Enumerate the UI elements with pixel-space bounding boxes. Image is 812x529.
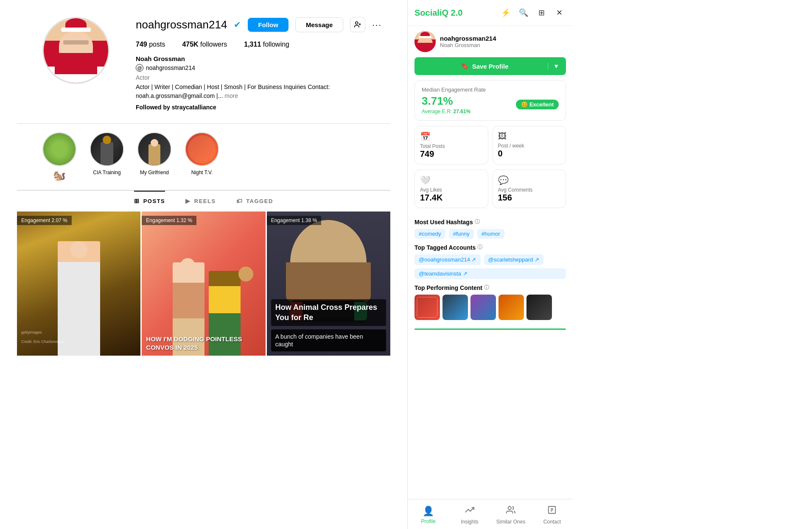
socialiq-panel: SocialiQ 2.0 ⚡ 🔍 ⊞ ✕	[407, 0, 573, 529]
panel-display-name: Noah Grossman	[440, 42, 496, 48]
tagged-teamdavisinsta[interactable]: @teamdavisinsta ↗	[414, 268, 566, 279]
save-profile-label: 🔖 Save Profile	[421, 62, 548, 70]
svg-point-0	[356, 22, 358, 24]
top-content-section: Top Performing Content ⓘ	[408, 284, 573, 325]
nav-profile[interactable]: 👤 Profile	[408, 499, 449, 529]
svg-point-3	[508, 507, 511, 510]
hashtag-funny[interactable]: #funny	[449, 229, 474, 239]
avg-er: Average E.R: 27.61%	[422, 109, 470, 114]
tagged-noahgrossman[interactable]: @noahgrossman214 ↗	[414, 254, 481, 265]
story-circle-4	[185, 132, 219, 166]
story-emoji-1: 🐿️	[53, 170, 66, 181]
panel-logo: SocialiQ 2.0	[414, 8, 462, 18]
tagged-accounts-section: Top Tagged Accounts ⓘ @noahgrossman214 ↗…	[408, 244, 573, 284]
nav-insights-label: Insights	[461, 519, 478, 525]
panel-green-bar	[414, 329, 566, 330]
story-label-2: CIA Training	[93, 170, 120, 175]
following-stat[interactable]: 1,311 following	[244, 41, 289, 48]
comment-icon: 💬	[498, 175, 561, 185]
post-item-3[interactable]: Engagement 1.38 % How Animal Cross Prepa…	[267, 212, 390, 356]
post-week-value: 0	[498, 149, 561, 159]
followed-by: Followed by straycatalliance	[136, 104, 390, 111]
top-content-img-2[interactable]	[442, 295, 468, 320]
story-circle-2	[90, 132, 124, 166]
avg-comments-card: 💬 Avg Comments 156	[493, 170, 566, 208]
hashtag-comedy[interactable]: #comedy	[414, 229, 445, 239]
calendar-icon: 📅	[420, 131, 483, 142]
tab-posts[interactable]: ⊞ POSTS	[134, 191, 165, 210]
follow-button[interactable]: Follow	[248, 18, 288, 32]
engagement-rate: 3.71%	[422, 95, 470, 108]
avg-comments-label: Avg Comments	[498, 187, 561, 193]
threads-handle[interactable]: noahgrossman214	[146, 64, 195, 71]
top-content-img-3[interactable]	[470, 295, 496, 320]
save-profile-chevron: ▼	[548, 63, 559, 70]
hashtags-label: Most Used Hashtags ⓘ	[414, 218, 566, 226]
search-icon-button[interactable]: 🔍	[517, 6, 530, 19]
top-content-img-5[interactable]	[526, 295, 552, 320]
post-item-2[interactable]: Engagement 1.32 % HOW I'M DODGING POINTL…	[142, 212, 265, 356]
engagement-badge: 😊 Excellent	[516, 100, 559, 109]
message-button[interactable]: Message	[295, 17, 343, 32]
profile-avatar	[42, 17, 110, 85]
tagged-account-tags: @noahgrossman214 ↗ @scarletsheppard ↗	[414, 254, 566, 265]
followers-stat[interactable]: 475K followers	[182, 41, 227, 48]
story-item[interactable]: My Girlfriend	[137, 132, 171, 181]
post-engagement-3: Engagement 1.38 %	[267, 216, 322, 225]
panel-avatar	[414, 31, 436, 52]
grid-icon-button[interactable]: ⊞	[535, 6, 548, 19]
close-icon-button[interactable]: ✕	[552, 6, 566, 19]
nav-similar-ones[interactable]: Similar Ones	[490, 499, 532, 529]
story-item[interactable]: Night T.V.	[185, 132, 219, 181]
story-label-3: My Girlfriend	[140, 170, 169, 175]
nav-insights[interactable]: Insights	[449, 499, 490, 529]
heart-icon: 🤍	[420, 175, 483, 185]
add-user-button[interactable]	[350, 17, 365, 32]
profile-category: Actor	[136, 74, 390, 81]
tab-reels[interactable]: ▶ REELS	[185, 191, 216, 210]
posts-grid: Engagement 2.07 % gettyimages Credit: Er…	[17, 212, 390, 356]
tab-tagged[interactable]: 🏷 TAGGED	[236, 191, 273, 210]
panel-header-icons: ⚡ 🔍 ⊞ ✕	[499, 6, 566, 19]
gettyimages-credit: Credit: Eric Charbonneau	[21, 340, 64, 344]
tabs-row: ⊞ POSTS ▶ REELS 🏷 TAGGED	[17, 190, 390, 210]
panel-user-row: noahgrossman214 Noah Grossman	[408, 26, 573, 57]
panel-bottom-nav: 👤 Profile Insights	[408, 499, 573, 529]
similar-ones-nav-icon	[506, 505, 515, 517]
top-content-img-4[interactable]	[498, 295, 524, 320]
more-options-button[interactable]: ···	[372, 20, 382, 30]
nav-similar-ones-label: Similar Ones	[496, 519, 526, 525]
post-title-2: HOW I'M DODGING POINTLESS CONVOS IN 2025	[146, 335, 261, 351]
stats-cards-row1: 📅 Total Posts 749 🖼 Post / week 0	[414, 126, 566, 164]
panel-username: noahgrossman214	[440, 35, 496, 42]
hashtags-section: Most Used Hashtags ⓘ #comedy #funny #hum…	[408, 213, 573, 244]
followed-by-user[interactable]: straycatalliance	[172, 104, 216, 111]
profile-header: noahgrossman214 ✔ Follow Message ···	[17, 0, 390, 123]
profile-username: noahgrossman214	[136, 18, 227, 31]
panel-scroll-area: noahgrossman214 Noah Grossman 🔖 Save Pro…	[408, 26, 573, 504]
posts-stat[interactable]: 749 posts	[136, 41, 165, 48]
story-item[interactable]: CIA Training	[90, 132, 124, 181]
total-posts-label: Total Posts	[420, 143, 483, 149]
post-week-label: Post / week	[498, 143, 561, 149]
post-week-card: 🖼 Post / week 0	[493, 126, 566, 164]
save-profile-button[interactable]: 🔖 Save Profile ▼	[414, 57, 566, 75]
verified-icon: ✔	[234, 19, 241, 30]
post-item-1[interactable]: Engagement 2.07 % gettyimages Credit: Er…	[17, 212, 140, 356]
threads-icon: @	[136, 64, 143, 72]
insights-nav-icon	[465, 505, 474, 517]
story-item[interactable]: 🐿️	[42, 132, 76, 181]
top-content-label: Top Performing Content ⓘ	[414, 284, 566, 291]
nav-contact[interactable]: Contact	[532, 499, 573, 529]
post-subtitle-3: A bunch of companies have been caught	[271, 329, 386, 351]
top-content-img-1[interactable]	[414, 295, 440, 320]
hashtag-humor[interactable]: #humor	[477, 229, 504, 239]
contact-nav-icon	[547, 505, 557, 517]
tagged-scarletsheppard[interactable]: @scarletsheppard ↗	[484, 254, 543, 265]
post-title-3: How Animal Cross Prepares You for Re	[271, 299, 386, 326]
bio-more-link[interactable]: more	[224, 92, 238, 99]
total-posts-card: 📅 Total Posts 749	[414, 126, 488, 164]
avg-comments-value: 156	[498, 193, 561, 203]
story-circle-1	[42, 132, 76, 166]
lightning-icon-button[interactable]: ⚡	[499, 6, 512, 19]
